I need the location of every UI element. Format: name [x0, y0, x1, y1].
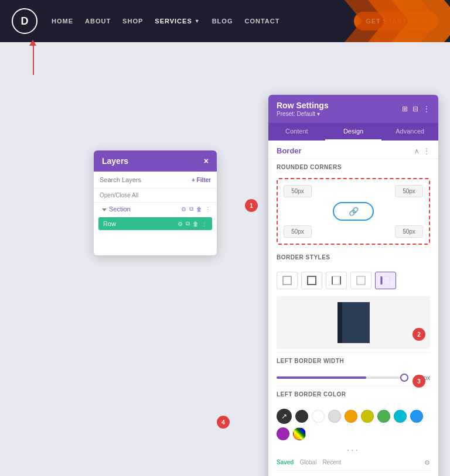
corners-top-row: [284, 185, 423, 197]
border-style-no-top-bottom[interactable]: [326, 272, 347, 289]
corners-bottom-row: [284, 225, 423, 238]
settings-more-icon[interactable]: ⋮: [423, 105, 430, 113]
navbar-graphic: [321, 0, 450, 42]
corner-top-right[interactable]: [395, 185, 423, 197]
border-preview-box: [338, 302, 370, 343]
step-3-badge: 3: [412, 375, 425, 388]
row-more-icon[interactable]: ⋮: [202, 221, 207, 227]
layers-row-item: Row ⚙ ⧉ 🗑 ⋮: [98, 217, 212, 230]
row-delete-icon[interactable]: 🗑: [193, 221, 199, 227]
color-swatch-yellow[interactable]: [361, 410, 374, 423]
layers-panel: Layers × + Filter Open/Close All Section…: [94, 150, 217, 255]
corners-link-button[interactable]: 🔗: [333, 202, 374, 221]
border-style-none[interactable]: [277, 272, 298, 289]
arrow-indicator: [27, 40, 36, 75]
settings-body: Border ∧ ⋮ Rounded Corners 🔗: [268, 141, 438, 476]
rounded-corners-label: Rounded Corners: [277, 164, 430, 170]
nav-contact[interactable]: CONTACT: [244, 18, 279, 25]
color-tab-recent[interactable]: Recent: [322, 459, 341, 467]
svg-rect-4: [308, 276, 316, 285]
tab-design[interactable]: Design: [325, 123, 382, 141]
color-tab-saved[interactable]: Saved: [277, 459, 294, 467]
svg-rect-6: [332, 278, 340, 283]
step-1-badge: 1: [245, 199, 258, 212]
rounded-corners-field: Rounded Corners: [268, 159, 438, 178]
arrow-line: [33, 46, 34, 75]
settings-header-icons: ⊞ ⊟ ⋮: [402, 105, 430, 113]
slider-thumb[interactable]: [400, 374, 408, 382]
nav-blog[interactable]: BLOG: [212, 18, 233, 25]
settings-resize-icon[interactable]: ⊞: [402, 105, 408, 113]
color-tab-global[interactable]: Global: [299, 459, 316, 467]
section-duplicate-icon[interactable]: ⧉: [189, 206, 193, 213]
eyedropper-icon: ↗: [281, 412, 287, 420]
settings-title: Row Settings: [277, 101, 329, 110]
color-swatch-gray[interactable]: [328, 410, 341, 423]
nav-about[interactable]: ABOUT: [85, 18, 111, 25]
layers-title: Layers: [102, 156, 128, 166]
color-swatch-blue[interactable]: [410, 410, 423, 423]
color-swatch-orange[interactable]: [345, 410, 357, 423]
border-collapse-icon[interactable]: ∧: [414, 147, 420, 155]
tab-content[interactable]: Content: [268, 123, 325, 141]
svg-rect-3: [283, 276, 291, 285]
border-section-header: Border ∧ ⋮: [268, 141, 438, 159]
border-style-sides[interactable]: [350, 272, 371, 289]
tab-advanced[interactable]: Advanced: [381, 123, 438, 141]
slider-fill: [277, 376, 366, 379]
arrow-head-icon: [29, 40, 36, 46]
color-tabs: Saved Global Recent ⚙: [268, 458, 438, 470]
step-2-badge: 2: [412, 328, 425, 341]
left-border-width-label: Left Border Width: [277, 358, 430, 364]
border-preview: [277, 296, 430, 349]
settings-panel: Row Settings Preset: Default ▾ ⊞ ⊟ ⋮ Con…: [268, 95, 438, 476]
corner-bottom-left[interactable]: [284, 225, 312, 238]
layers-section-item: Section ⚙ ⧉ 🗑 ⋮: [94, 203, 217, 215]
border-more-icon[interactable]: ⋮: [423, 147, 430, 155]
nav-home[interactable]: HOME: [52, 18, 73, 25]
left-border-color-field: Left Border Color: [268, 386, 438, 405]
left-border-style-field: Left Border Style: [268, 471, 438, 476]
row-duplicate-icon[interactable]: ⧉: [186, 220, 190, 227]
nav-services[interactable]: SERVICES ▼: [155, 18, 200, 25]
corner-bottom-right[interactable]: [395, 225, 423, 238]
slider-row: 50px: [277, 374, 430, 381]
services-label: SERVICES: [155, 18, 192, 25]
color-swatch-white[interactable]: [312, 410, 325, 423]
layers-filter-button[interactable]: + Filter: [192, 177, 211, 183]
slider-track[interactable]: [277, 376, 404, 379]
nav-shop[interactable]: SHOP: [122, 18, 143, 25]
border-style-all[interactable]: [301, 272, 322, 289]
border-styles-field: Border Styles: [268, 249, 438, 268]
corner-top-left[interactable]: [284, 185, 312, 197]
settings-columns-icon[interactable]: ⊟: [412, 105, 418, 113]
color-picker-button[interactable]: ↗: [277, 409, 292, 424]
navbar-links: HOME ABOUT SHOP SERVICES ▼ BLOG CONTACT: [52, 18, 354, 25]
settings-subtitle: Preset: Default ▾: [277, 111, 329, 117]
section-more-icon[interactable]: ⋮: [205, 206, 211, 213]
main-content: Layers × + Filter Open/Close All Section…: [0, 42, 450, 476]
color-settings-icon[interactable]: ⚙: [424, 459, 430, 467]
color-swatch-cyan[interactable]: [394, 410, 407, 423]
color-swatch-rainbow[interactable]: [293, 427, 306, 440]
row-label[interactable]: Row: [103, 220, 116, 227]
layers-toggle-all[interactable]: Open/Close All: [94, 189, 217, 203]
section-settings-icon[interactable]: ⚙: [181, 206, 186, 213]
border-style-left[interactable]: [375, 272, 396, 289]
layers-search-input[interactable]: [100, 176, 188, 183]
services-chevron-icon: ▼: [195, 18, 200, 24]
section-item-icons: ⚙ ⧉ 🗑 ⋮: [181, 206, 211, 213]
color-swatch-purple[interactable]: [277, 427, 289, 440]
layers-header: Layers ×: [94, 150, 217, 172]
navbar-logo[interactable]: D: [12, 8, 38, 34]
section-label[interactable]: Section: [109, 206, 131, 213]
border-section-title: Border: [277, 146, 302, 155]
section-arrow-icon: [102, 206, 107, 213]
layers-search-bar: + Filter: [94, 172, 217, 189]
color-swatch-black[interactable]: [295, 410, 308, 423]
section-delete-icon[interactable]: 🗑: [196, 206, 202, 213]
color-swatch-green[interactable]: [377, 410, 390, 423]
layers-close-button[interactable]: ×: [204, 156, 209, 166]
row-settings-icon[interactable]: ⚙: [178, 221, 183, 227]
more-colors-dots[interactable]: ···: [268, 444, 438, 458]
